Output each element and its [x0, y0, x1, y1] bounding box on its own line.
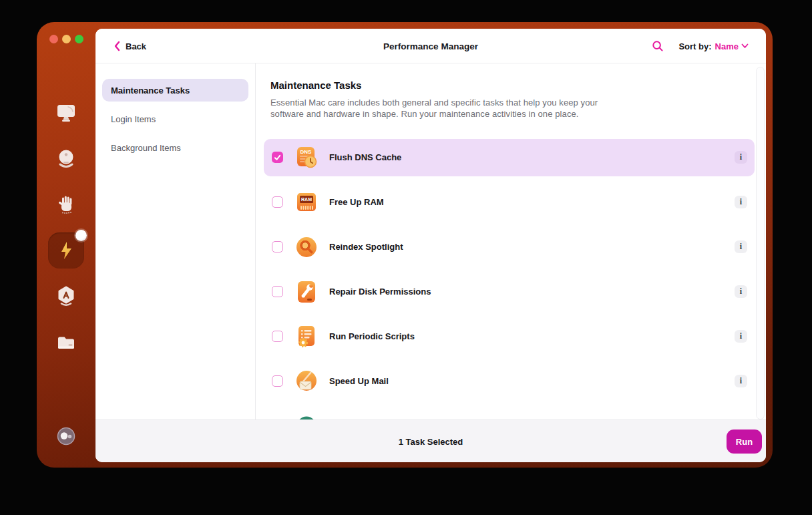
section-nav: Maintenance Tasks Login Items Background…: [95, 63, 256, 419]
sidebar-item-mac[interactable]: [37, 94, 95, 130]
info-button[interactable]: i: [735, 151, 747, 164]
task-label: Run Periodic Scripts: [329, 331, 735, 341]
task-row-flush-dns-cache[interactable]: DNS Flush DNS Cache i: [264, 139, 755, 176]
sort-value: Name: [715, 41, 739, 51]
app-window: Back Performance Manager Sort by: Name: [37, 22, 773, 468]
scripts-gear-icon: [294, 325, 319, 349]
task-label: Reindex Spotlight: [329, 242, 735, 252]
partial-teal-icon: [294, 414, 319, 419]
task-row-repair-disk-permissions[interactable]: Repair Disk Permissions i: [264, 273, 755, 311]
search-icon[interactable]: [652, 40, 664, 52]
nav-item-maintenance-tasks[interactable]: Maintenance Tasks: [102, 79, 248, 102]
content-heading: Maintenance Tasks: [270, 79, 766, 91]
info-button[interactable]: i: [735, 375, 747, 387]
info-button[interactable]: i: [735, 240, 747, 253]
assistant-icon: [55, 425, 77, 447]
footer-bar: 1 Task Selected Run: [95, 419, 766, 462]
files-folder-icon: [55, 331, 77, 353]
task-row-run-periodic-scripts[interactable]: Run Periodic Scripts i: [264, 318, 755, 355]
nav-item-login-items[interactable]: Login Items: [102, 108, 248, 130]
info-button[interactable]: i: [735, 285, 747, 298]
task-row-reindex-spotlight[interactable]: Reindex Spotlight i: [264, 228, 755, 266]
ram-chip-icon: RAM: [294, 190, 319, 214]
run-button[interactable]: Run: [727, 430, 762, 454]
privacy-hand-icon: [55, 194, 77, 215]
checkbox-unchecked[interactable]: [272, 375, 283, 387]
applications-icon: [55, 285, 77, 307]
selection-status: 1 Task Selected: [95, 420, 766, 462]
protection-orb-icon: [55, 148, 77, 169]
nav-item-background-items[interactable]: Background Items: [102, 136, 248, 159]
content-area: Maintenance Tasks Essential Mac care inc…: [256, 63, 766, 419]
nav-item-label: Background Items: [111, 143, 181, 153]
mac-display-icon: [55, 102, 77, 123]
checkbox-unchecked[interactable]: [272, 241, 283, 252]
svg-text:DNS: DNS: [300, 148, 313, 154]
nav-item-label: Login Items: [111, 114, 156, 124]
info-button[interactable]: i: [735, 330, 747, 343]
checkmark-icon: [274, 154, 281, 161]
task-list: DNS Flush DNS Cache i: [264, 139, 755, 419]
task-label: Repair Disk Permissions: [329, 287, 735, 297]
svg-text:RAM: RAM: [301, 197, 312, 202]
task-label: Free Up RAM: [329, 197, 735, 207]
info-button[interactable]: i: [735, 196, 747, 208]
active-tile: [48, 232, 84, 269]
main-panel: Back Performance Manager Sort by: Name: [95, 29, 766, 462]
task-label: Flush DNS Cache: [329, 152, 735, 162]
sidebar-item-applications[interactable]: [37, 278, 95, 314]
sidebar-item-files[interactable]: [37, 324, 95, 360]
task-row-free-up-ram[interactable]: RAM Free Up RAM i: [264, 184, 755, 221]
panel-header: Back Performance Manager Sort by: Name: [95, 29, 766, 63]
performance-lightning-icon: [55, 240, 77, 261]
sort-by-label: Sort by:: [678, 41, 711, 51]
sort-control: Sort by: Name: [678, 41, 749, 51]
chevron-down-icon: [741, 43, 749, 49]
content-description: Essential Mac care includes both general…: [270, 97, 608, 120]
checkbox-checked[interactable]: [272, 152, 283, 163]
panel-body: Maintenance Tasks Login Items Background…: [95, 63, 766, 419]
sidebar-item-privacy[interactable]: [37, 186, 95, 222]
task-row-partial[interactable]: [264, 407, 755, 419]
mail-stamp-icon: [294, 369, 319, 393]
sidebar-rail: [37, 22, 95, 468]
dns-clock-icon: DNS: [294, 146, 319, 170]
sidebar-item-assistant[interactable]: [37, 418, 95, 454]
checkbox-unchecked[interactable]: [272, 196, 283, 208]
checkbox-unchecked[interactable]: [272, 331, 283, 342]
sidebar-item-performance[interactable]: [37, 232, 95, 269]
spotlight-magnifier-icon: [294, 235, 319, 259]
nav-item-label: Maintenance Tasks: [111, 85, 190, 96]
sort-dropdown[interactable]: Name: [715, 41, 749, 51]
sidebar-item-protection[interactable]: [37, 140, 95, 176]
notification-dot: [75, 230, 87, 241]
task-label: Speed Up Mail: [329, 376, 735, 386]
checkbox-unchecked[interactable]: [272, 286, 283, 297]
task-row-speed-up-mail[interactable]: Speed Up Mail i: [264, 363, 755, 400]
disk-wrench-icon: [294, 280, 319, 304]
scrollbar[interactable]: [756, 67, 765, 419]
